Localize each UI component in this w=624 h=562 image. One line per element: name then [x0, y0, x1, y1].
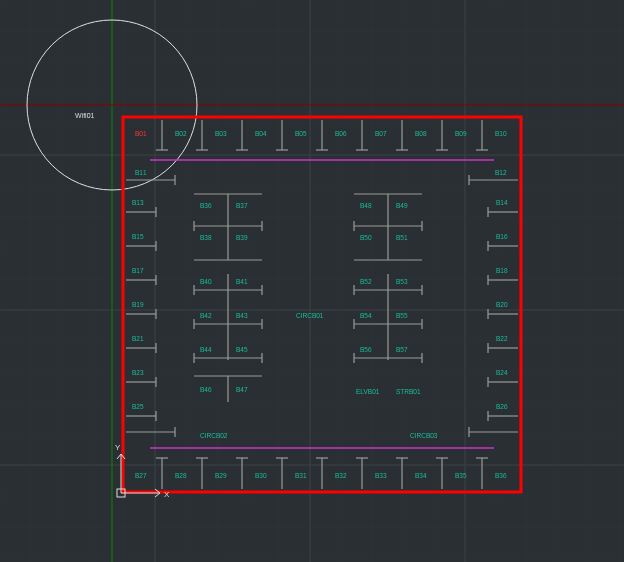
slot-label: B36 [495, 472, 507, 479]
slot-label: B47 [236, 386, 248, 393]
slot[interactable] [126, 411, 156, 421]
slot-label: B05 [295, 130, 307, 137]
slot[interactable] [126, 275, 156, 285]
slot-label: B09 [455, 130, 467, 137]
slot-label: B45 [236, 346, 248, 353]
slot-label: B27 [135, 472, 147, 479]
slot-label: B37 [236, 202, 248, 209]
slot-label: B18 [496, 267, 508, 274]
slot-label: B40 [200, 278, 212, 285]
slot-label: B30 [255, 472, 267, 479]
slot-label: B54 [360, 312, 372, 319]
slot[interactable] [488, 207, 518, 217]
slot-label: B56 [360, 346, 372, 353]
slot[interactable] [356, 120, 368, 150]
circb01-label: CIRCB01 [296, 312, 324, 319]
slot[interactable] [488, 411, 518, 421]
bottom-slots: B27 B28 B29 B30 B31 B32 B33 B34 B35 B36 [135, 458, 507, 489]
slot[interactable] [126, 207, 156, 217]
axis-x-label: X [164, 490, 170, 499]
slot-label: B28 [175, 472, 187, 479]
slot[interactable] [196, 120, 208, 150]
slot[interactable] [476, 120, 488, 150]
slot[interactable] [356, 458, 368, 489]
slot[interactable] [196, 458, 208, 489]
slot-label: B50 [360, 234, 372, 241]
slot[interactable] [126, 377, 156, 387]
slot[interactable] [316, 120, 328, 150]
slot-label: B52 [360, 278, 372, 285]
cad-viewport[interactable]: Wifi01 B01 B02 B03 B04 B05 B06 B07 B08 B… [0, 0, 624, 562]
slot[interactable] [236, 458, 248, 489]
slot-label: B26 [496, 403, 508, 410]
slot-label: B23 [132, 369, 144, 376]
side-slot-wide[interactable] [469, 427, 518, 437]
slot-label: B21 [132, 335, 144, 342]
slot-label: B08 [415, 130, 427, 137]
strb-label: STRB01 [396, 388, 421, 395]
slot[interactable] [156, 458, 168, 489]
slot-label: B15 [132, 233, 144, 240]
slot-label: B39 [236, 234, 248, 241]
slot-label: B29 [215, 472, 227, 479]
slot-label: B51 [396, 234, 408, 241]
slot-label: B38 [200, 234, 212, 241]
building-outline[interactable] [123, 117, 521, 492]
slot-label: B48 [360, 202, 372, 209]
slot-label: B34 [415, 472, 427, 479]
slot-label: B57 [396, 346, 408, 353]
slot[interactable] [156, 120, 168, 150]
core-left[interactable]: B36 B37 B38 B39 B40 B41 B42 B43 B44 B45 … [194, 194, 262, 402]
slot-label: B41 [236, 278, 248, 285]
slot[interactable] [316, 458, 328, 489]
slot-label: B10 [495, 130, 507, 137]
slot-label: B07 [375, 130, 387, 137]
slot-label: B16 [496, 233, 508, 240]
slot-label: B01 [135, 130, 147, 137]
slot-label: B55 [396, 312, 408, 319]
side-slot-wide[interactable] [469, 175, 518, 185]
slot-label: B22 [496, 335, 508, 342]
slot-label: B24 [496, 369, 508, 376]
slot-label: B06 [335, 130, 347, 137]
slot[interactable] [126, 343, 156, 353]
slot[interactable] [396, 120, 408, 150]
slot-label: B25 [132, 403, 144, 410]
slot[interactable] [488, 241, 518, 251]
slot-label: B42 [200, 312, 212, 319]
slot-label: B43 [236, 312, 248, 319]
slot[interactable] [236, 120, 248, 150]
slot[interactable] [476, 458, 488, 489]
side-slot-wide[interactable] [126, 175, 175, 185]
slot-label: B20 [496, 301, 508, 308]
axis-y-label: Y [115, 443, 121, 452]
slot-label: B19 [132, 301, 144, 308]
slot-label: B14 [496, 199, 508, 206]
slot[interactable] [488, 275, 518, 285]
slot[interactable] [488, 343, 518, 353]
circb02-label: CIRCB02 [200, 432, 228, 439]
slot[interactable] [436, 458, 448, 489]
circb03-label: CIRCB03 [410, 432, 438, 439]
slot-label: B36 [200, 202, 212, 209]
slot-label: B04 [255, 130, 267, 137]
slot-label: B35 [455, 472, 467, 479]
slot-label: B46 [200, 386, 212, 393]
slot[interactable] [276, 120, 288, 150]
slot-label: B03 [215, 130, 227, 137]
slot[interactable] [488, 377, 518, 387]
slot[interactable] [396, 458, 408, 489]
slot-label: B31 [295, 472, 307, 479]
slot[interactable] [126, 241, 156, 251]
slot-label: B17 [132, 267, 144, 274]
core-right[interactable]: B48 B49 B50 B51 B52 B53 B54 B55 B56 B57 [354, 194, 422, 363]
elvb-label: ELVB01 [356, 388, 380, 395]
slot-label: B49 [396, 202, 408, 209]
slot[interactable] [436, 120, 448, 150]
slot-label: B44 [200, 346, 212, 353]
slot[interactable] [276, 458, 288, 489]
slot-label: B53 [396, 278, 408, 285]
wifi-label: Wifi01 [75, 112, 95, 119]
slot-label: B11 [135, 169, 147, 176]
side-slot-wide[interactable] [126, 427, 175, 437]
